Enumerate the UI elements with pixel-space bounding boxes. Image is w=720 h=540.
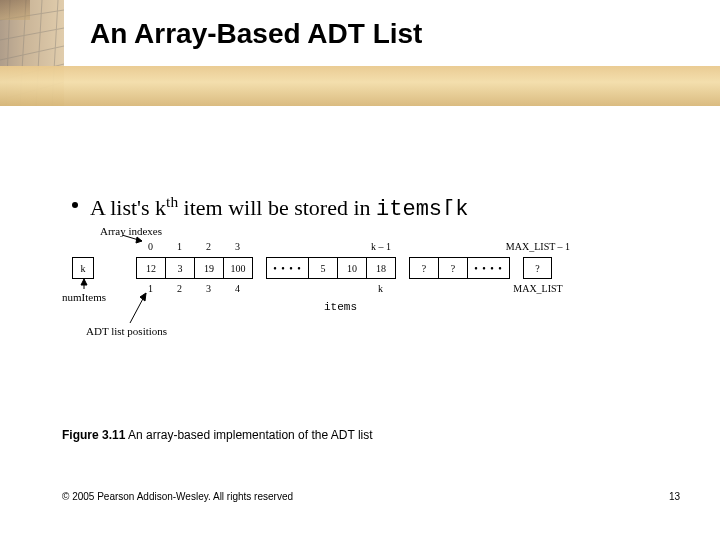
index-label: 3: [223, 241, 252, 252]
slide-title: An Array-Based ADT List: [90, 18, 422, 50]
array-cell: 19: [194, 257, 223, 279]
svg-marker-14: [140, 293, 146, 301]
position-label: k: [366, 283, 395, 294]
index-label: MAX_LIST – 1: [503, 241, 573, 252]
array-cell: 3: [165, 257, 194, 279]
array-cell: 10: [337, 257, 366, 279]
array-cell: 12: [136, 257, 165, 279]
index-label: k – 1: [361, 241, 401, 252]
position-label: 2: [165, 283, 194, 294]
array-cell: ?: [409, 257, 438, 279]
position-label: 4: [223, 283, 252, 294]
array-cell: ?: [438, 257, 467, 279]
position-label: 1: [136, 283, 165, 294]
index-label: 2: [194, 241, 223, 252]
index-label: 0: [136, 241, 165, 252]
header-band: [0, 66, 720, 106]
position-label: 3: [194, 283, 223, 294]
copyright-footer: © 2005 Pearson Addison-Wesley. All right…: [62, 491, 293, 502]
index-label: 1: [165, 241, 194, 252]
array-cell: 18: [366, 257, 395, 279]
figure-caption: Figure 3.11 An array-based implementatio…: [62, 428, 373, 442]
figure-diagram: Array indexes numItems ADT list position…: [62, 215, 658, 355]
header-top-strip: [0, 0, 30, 20]
numitems-box: k: [72, 257, 94, 279]
svg-marker-12: [81, 279, 87, 285]
figure-number: Figure 3.11: [62, 428, 125, 442]
array-cell: • • • •: [266, 257, 308, 279]
array-cell: • • • •: [467, 257, 509, 279]
array-cell: 5: [308, 257, 337, 279]
bullet-text-sup: th: [166, 193, 178, 210]
page-number: 13: [669, 491, 680, 502]
position-label: MAX_LIST: [508, 283, 568, 294]
cells-row: 12319100• • • •51018??• • • •?: [136, 257, 552, 279]
bullet-dot-icon: [72, 202, 78, 208]
array-cell: 100: [223, 257, 252, 279]
array-cell: ?: [523, 257, 552, 279]
svg-line-1: [0, 28, 64, 40]
figure-caption-text: An array-based implementation of the ADT…: [125, 428, 372, 442]
